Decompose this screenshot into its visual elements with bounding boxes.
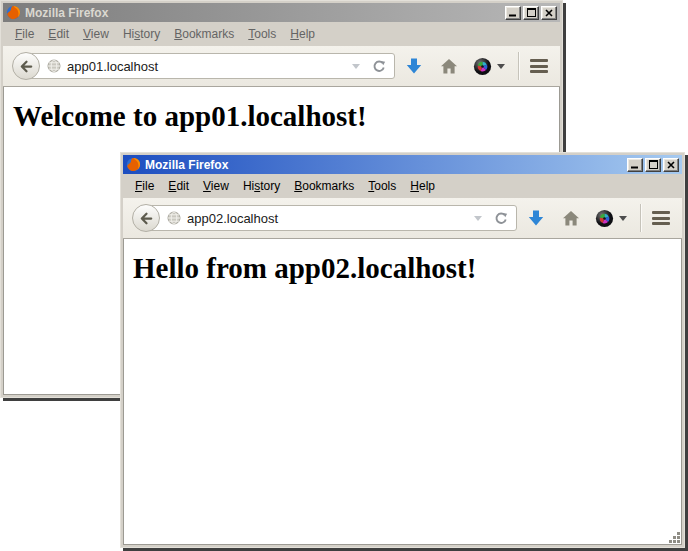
- extension-button[interactable]: [595, 209, 627, 228]
- close-icon: [667, 161, 675, 169]
- page-heading: Hello from app02.localhost!: [133, 252, 681, 285]
- resize-grip[interactable]: [667, 530, 681, 544]
- download-arrow-icon: [527, 209, 545, 228]
- menu-file[interactable]: File: [8, 24, 41, 44]
- minimize-button[interactable]: [627, 158, 643, 172]
- downloads-button[interactable]: [527, 209, 545, 228]
- firefox-icon: [6, 5, 21, 20]
- navigation-toolbar: app01.localhost: [3, 46, 560, 87]
- home-button[interactable]: [440, 58, 458, 75]
- back-arrow-icon: [19, 59, 34, 74]
- back-button[interactable]: [132, 204, 160, 232]
- close-button[interactable]: [541, 6, 557, 20]
- menu-bookmarks[interactable]: Bookmarks: [167, 24, 241, 44]
- menu-tools[interactable]: Tools: [241, 24, 283, 44]
- maximize-button[interactable]: [645, 158, 661, 172]
- globe-icon[interactable]: [47, 59, 61, 73]
- back-button[interactable]: [12, 52, 40, 80]
- minimize-icon: [631, 160, 639, 169]
- home-icon: [562, 210, 580, 227]
- menu-bar: File Edit View History Bookmarks Tools H…: [3, 22, 560, 46]
- firefox-icon: [126, 157, 141, 172]
- reload-button[interactable]: [372, 59, 387, 74]
- url-bar[interactable]: app01.localhost: [26, 53, 395, 79]
- maximize-icon: [527, 8, 536, 17]
- back-arrow-icon: [139, 211, 154, 226]
- hamburger-icon: [652, 211, 670, 214]
- toolbar-separator: [518, 52, 519, 80]
- urlbar-dropdown-icon[interactable]: [352, 64, 360, 73]
- app-menu-button[interactable]: [652, 210, 670, 227]
- menu-file[interactable]: File: [128, 176, 161, 196]
- titlebar[interactable]: Mozilla Firefox: [123, 155, 682, 174]
- menu-edit[interactable]: Edit: [161, 176, 196, 196]
- menu-help[interactable]: Help: [403, 176, 442, 196]
- navigation-toolbar: app02.localhost: [123, 198, 682, 239]
- menu-edit[interactable]: Edit: [41, 24, 76, 44]
- grip-dots-icon: [667, 530, 681, 544]
- menu-history[interactable]: History: [116, 24, 167, 44]
- url-text: app01.localhost: [67, 59, 348, 74]
- close-button[interactable]: [663, 158, 679, 172]
- menu-bookmarks[interactable]: Bookmarks: [287, 176, 361, 196]
- globe-icon[interactable]: [167, 211, 181, 225]
- home-icon: [440, 58, 458, 75]
- page-content: Hello from app02.localhost!: [123, 239, 682, 545]
- color-wheel-icon: [595, 209, 614, 228]
- extension-button[interactable]: [473, 57, 505, 76]
- menu-bar: File Edit View History Bookmarks Tools H…: [123, 174, 682, 198]
- page-heading: Welcome to app01.localhost!: [13, 100, 559, 133]
- extension-caret-icon: [619, 216, 627, 225]
- window-controls: [503, 6, 557, 20]
- window-title: Mozilla Firefox: [145, 158, 625, 172]
- titlebar[interactable]: Mozilla Firefox: [3, 3, 560, 22]
- firefox-window-app02: Mozilla Firefox File Edit View History B…: [120, 152, 685, 548]
- reload-button[interactable]: [494, 211, 509, 226]
- maximize-button[interactable]: [523, 6, 539, 20]
- menu-view[interactable]: View: [196, 176, 236, 196]
- menu-tools[interactable]: Tools: [361, 176, 403, 196]
- close-icon: [545, 9, 553, 17]
- window-controls: [625, 158, 679, 172]
- minimize-button[interactable]: [505, 6, 521, 20]
- url-bar[interactable]: app02.localhost: [146, 205, 517, 231]
- minimize-icon: [509, 8, 517, 17]
- menu-view[interactable]: View: [76, 24, 116, 44]
- menu-history[interactable]: History: [236, 176, 287, 196]
- menu-help[interactable]: Help: [283, 24, 322, 44]
- reload-icon: [494, 211, 509, 226]
- downloads-button[interactable]: [405, 57, 423, 76]
- window-title: Mozilla Firefox: [25, 6, 503, 20]
- url-text: app02.localhost: [187, 211, 470, 226]
- app-menu-button[interactable]: [530, 58, 548, 75]
- reload-icon: [372, 59, 387, 74]
- toolbar-separator: [640, 204, 641, 232]
- color-wheel-icon: [473, 57, 492, 76]
- home-button[interactable]: [562, 210, 580, 227]
- extension-caret-icon: [497, 64, 505, 73]
- hamburger-icon: [530, 59, 548, 62]
- maximize-icon: [649, 160, 658, 169]
- urlbar-dropdown-icon[interactable]: [474, 216, 482, 225]
- download-arrow-icon: [405, 57, 423, 76]
